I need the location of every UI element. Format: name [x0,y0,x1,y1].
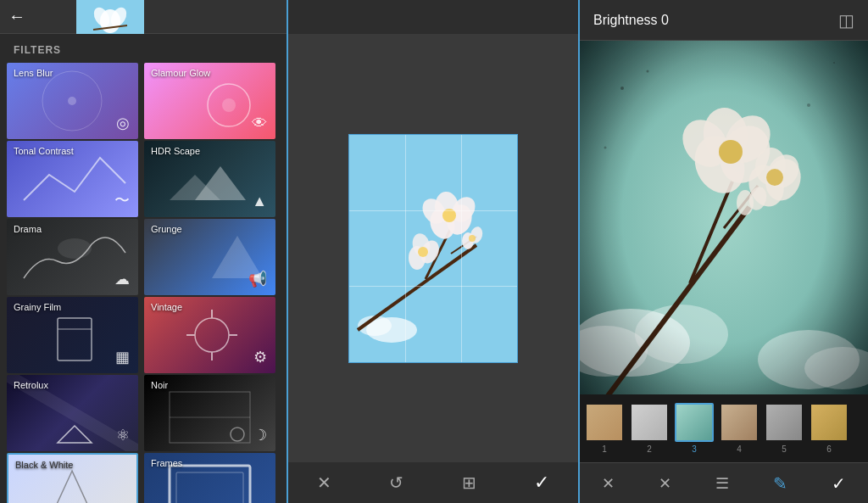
filter-drama-label: Drama [14,224,42,234]
filter-grainy-icon: ▦ [115,348,130,366]
filter-hdr-icon: ▲ [252,193,267,210]
filter-vintage-icon: ⚙ [253,348,267,366]
right-tune-button[interactable]: ✕ [659,474,671,493]
top-thumbnail [76,0,144,34]
filter-tonal-icon: 〜 [114,190,130,210]
svg-point-64 [719,140,743,164]
middle-top-bar [288,0,578,34]
thumb-item-4[interactable]: 4 [718,403,760,454]
svg-point-48 [469,235,476,242]
thumb-label-1: 1 [602,444,607,454]
svg-point-73 [647,70,649,73]
thumb-item-3[interactable]: 3 [673,403,715,454]
thumb-label-3: 3 [692,444,697,454]
svg-point-24 [231,428,244,441]
rotate-button[interactable]: ↺ [389,472,403,493]
svg-point-11 [58,238,92,259]
cancel-button[interactable]: ✕ [317,472,331,493]
compare-icon[interactable]: ◫ [838,10,854,31]
filter-glamour-label: Glamour Glow [151,68,210,78]
filter-lens-blur-icon: ◎ [116,114,130,132]
svg-point-53 [635,305,728,364]
svg-rect-27 [176,472,243,503]
filter-black-white[interactable]: Black & White △ [7,453,138,503]
filter-grainy-label: Grainy Film [14,302,61,312]
svg-point-69 [766,169,783,186]
filters-section-title: FILTERS [0,34,287,63]
middle-panel: ✕ ↺ ⊞ ✓ [288,0,580,503]
svg-point-76 [604,147,607,149]
filter-retrolux[interactable]: Retrolux ⚛ [7,375,138,451]
filter-noir[interactable]: Noir ☽ [144,375,275,451]
thumbnail-strip: 1 2 3 4 5 [580,394,868,462]
filter-vintage-label: Vintage [151,302,182,312]
filter-noir-icon: ☽ [253,426,267,444]
right-edit-button[interactable]: ✎ [773,473,787,494]
svg-marker-25 [53,471,91,503]
right-top-bar: Brightness 0 ◫ [580,0,868,41]
filter-grid: Lens Blur ◎ Glamour Glow 👁 Tonal Contras… [0,63,287,503]
middle-image-area [288,34,578,462]
svg-rect-26 [170,466,250,503]
svg-point-45 [418,247,428,257]
filter-lens-blur-label: Lens Blur [14,68,53,78]
crop-button[interactable]: ⊞ [462,472,476,493]
crop-image [349,135,517,362]
filter-drama[interactable]: Drama ☁ [7,219,138,295]
back-button[interactable]: ← [8,7,25,26]
svg-point-74 [807,103,810,107]
filter-hdr-scape[interactable]: HDR Scape ▲ [144,141,275,217]
right-sliders-button[interactable]: ☰ [715,474,729,493]
svg-point-8 [222,98,236,112]
svg-point-72 [620,87,624,90]
thumb-label-6: 6 [826,444,832,454]
thumb-item-6[interactable]: 6 [808,403,850,454]
filter-tonal-contrast[interactable]: Tonal Contrast 〜 [7,141,138,217]
thumbnail-image [76,0,144,34]
confirm-button[interactable]: ✓ [534,472,549,494]
filter-bw-label: Black & White [15,460,73,470]
thumb-label-4: 4 [737,444,742,454]
svg-point-15 [195,318,229,352]
filter-vintage[interactable]: Vintage ⚙ [144,297,275,373]
filter-noir-label: Noir [151,380,168,390]
brightness-title: Brightness 0 [593,13,669,28]
right-cancel-button[interactable]: ✕ [602,474,615,493]
svg-point-75 [833,62,835,64]
thumb-img-2 [630,403,669,442]
filter-glamour-icon: 👁 [252,115,267,132]
filter-retrolux-label: Retrolux [14,380,48,390]
filter-lens-blur[interactable]: Lens Blur ◎ [7,63,138,139]
thumb-item-1[interactable]: 1 [583,403,626,454]
filter-hdr-label: HDR Scape [151,146,200,156]
thumb-img-3 [675,403,714,442]
filter-retrolux-icon: ⚛ [116,426,130,444]
filter-grainy-film[interactable]: Grainy Film ▦ [7,297,138,373]
filter-frames[interactable]: Frames ▦ [144,453,275,503]
right-image [580,41,868,394]
thumb-item-5[interactable]: 5 [763,403,805,454]
svg-point-41 [442,209,456,222]
svg-point-6 [68,97,76,105]
top-bar-left: ← [0,0,287,34]
middle-bottom-bar: ✕ ↺ ⊞ ✓ [288,462,578,503]
filter-frames-label: Frames [151,458,182,468]
svg-rect-13 [58,318,92,360]
thumb-img-4 [720,403,759,442]
thumb-label-2: 2 [647,444,652,454]
filter-grunge-icon: 📢 [248,270,267,288]
crop-container [348,134,518,363]
filter-tonal-label: Tonal Contrast [14,146,74,156]
thumb-item-2[interactable]: 2 [628,403,670,454]
thumb-label-5: 5 [782,444,787,454]
filter-drama-icon: ☁ [114,270,130,288]
thumb-img-6 [810,403,849,442]
right-panel: Brightness 0 ◫ [580,0,868,503]
filter-grunge-label: Grunge [151,224,182,234]
filter-grunge[interactable]: Grunge 📢 [144,219,275,295]
filter-glamour-glow[interactable]: Glamour Glow 👁 [144,63,275,139]
right-confirm-button[interactable]: ✓ [832,473,846,494]
right-bottom-bar: ✕ ✕ ☰ ✎ ✓ [580,462,868,503]
thumb-img-1 [585,403,624,442]
thumb-img-5 [765,403,804,442]
